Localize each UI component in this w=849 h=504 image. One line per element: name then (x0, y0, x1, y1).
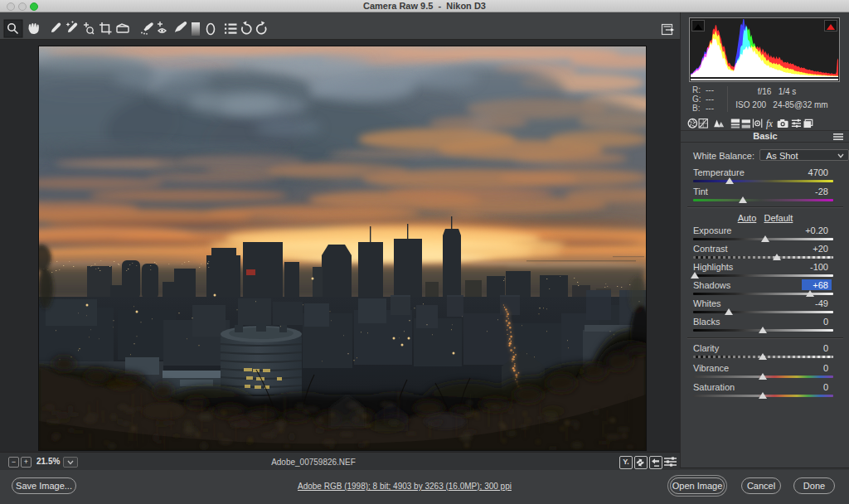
svg-text:fx: fx (766, 119, 773, 128)
